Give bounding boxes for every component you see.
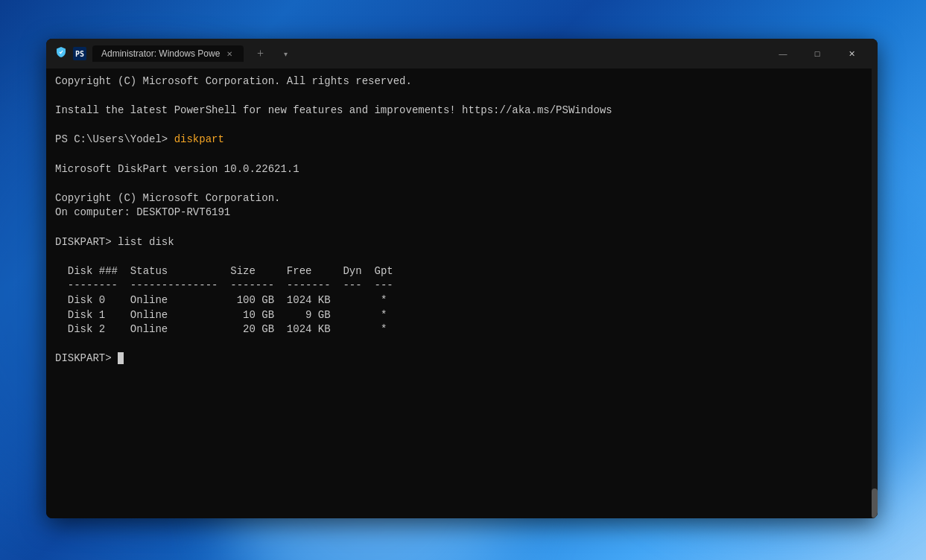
command-diskpart: diskpart	[174, 133, 224, 145]
title-bar-left: PS Administrator: Windows Powe ✕ + ▾	[55, 43, 766, 64]
tab-dropdown-button[interactable]: ▾	[276, 45, 294, 63]
add-tab-button[interactable]: +	[250, 43, 270, 64]
copyright-diskpart: Copyright (C) Microsoft Corporation.	[55, 192, 280, 204]
tab-label: Administrator: Windows Powe	[101, 48, 220, 59]
disk1-row: Disk 1 Online 10 GB 9 GB *	[55, 309, 387, 321]
install-line: Install the latest PowerShell for new fe…	[55, 104, 612, 116]
title-bar: PS Administrator: Windows Powe ✕ + ▾ — □…	[46, 39, 878, 69]
table-separator: -------- -------------- ------- ------- …	[55, 279, 393, 291]
scrollbar-track[interactable]	[872, 69, 878, 518]
active-tab[interactable]: Administrator: Windows Powe ✕	[92, 45, 244, 62]
terminal-window: PS Administrator: Windows Powe ✕ + ▾ — □…	[46, 39, 878, 518]
diskpart-prompt: DISKPART>	[55, 352, 118, 364]
disk0-row: Disk 0 Online 100 GB 1024 KB *	[55, 294, 387, 306]
terminal-content[interactable]: Copyright (C) Microsoft Corporation. All…	[46, 69, 878, 518]
maximize-button[interactable]: □	[800, 42, 834, 66]
computer-name: On computer: DESKTOP-RVT6191	[55, 206, 230, 218]
disk2-row: Disk 2 Online 20 GB 1024 KB *	[55, 323, 387, 335]
diskpart-version: Microsoft DiskPart version 10.0.22621.1	[55, 163, 299, 175]
close-button[interactable]: ✕	[834, 42, 869, 66]
terminal-output: Copyright (C) Microsoft Corporation. All…	[55, 74, 869, 366]
table-header: Disk ### Status Size Free Dyn Gpt	[55, 265, 393, 277]
minimize-button[interactable]: —	[766, 42, 800, 66]
powershell-icon: PS	[73, 47, 86, 60]
cursor	[118, 352, 124, 364]
tab-close-button[interactable]: ✕	[224, 48, 235, 59]
window-controls: — □ ✕	[766, 42, 869, 66]
list-disk-cmd: DISKPART> list disk	[55, 236, 174, 248]
copyright-line: Copyright (C) Microsoft Corporation. All…	[55, 75, 412, 87]
prompt-line: PS C:\Users\Yodel> diskpart	[55, 133, 224, 145]
defender-icon	[55, 46, 67, 61]
scrollbar-thumb[interactable]	[872, 489, 878, 518]
